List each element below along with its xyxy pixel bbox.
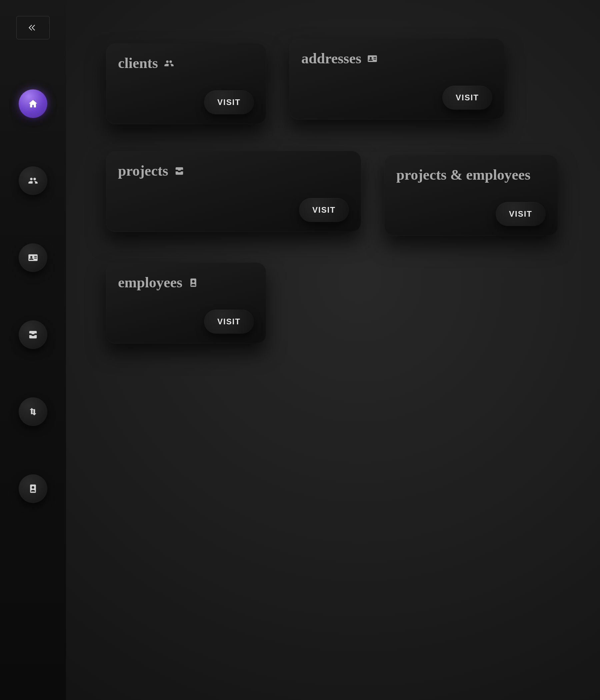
visit-button[interactable]: VISIT — [442, 86, 492, 110]
card-title-text: clients — [118, 55, 158, 72]
sidebar-item-projects[interactable] — [19, 320, 47, 349]
people-icon — [28, 176, 38, 186]
sidebar-item-clients[interactable] — [19, 166, 47, 195]
visit-button[interactable]: VISIT — [299, 198, 349, 222]
cards-row-1: clients VISIT addresses VISIT — [106, 43, 560, 124]
card-footer: VISIT — [301, 86, 492, 110]
sidebar — [0, 0, 66, 700]
card-title: employees — [118, 274, 254, 291]
sidebar-item-addresses[interactable] — [19, 243, 47, 272]
sidebar-item-home[interactable] — [19, 89, 47, 118]
address-card-icon — [367, 54, 377, 64]
sidebar-item-projects-employees[interactable] — [19, 397, 47, 426]
card-footer: VISIT — [118, 310, 254, 334]
visit-button[interactable]: VISIT — [204, 310, 254, 334]
people-icon — [164, 58, 174, 68]
card-footer: VISIT — [396, 202, 546, 226]
badge-person-icon — [28, 484, 38, 494]
sidebar-item-employees[interactable] — [19, 474, 47, 503]
cards-row-3: employees VISIT — [106, 262, 560, 344]
card-projects: projects VISIT — [106, 151, 361, 232]
card-title-text: employees — [118, 274, 182, 291]
card-title: addresses — [301, 50, 492, 67]
card-footer: VISIT — [118, 90, 254, 114]
cards-row-2: projects VISIT projects & employees VISI… — [106, 151, 560, 236]
address-card-icon — [28, 253, 38, 262]
main-content: clients VISIT addresses VISIT — [66, 0, 600, 700]
card-employees: employees VISIT — [106, 262, 266, 344]
card-addresses: addresses VISIT — [289, 39, 504, 120]
inbox-stack-icon — [28, 330, 38, 340]
visit-button[interactable]: VISIT — [204, 90, 254, 114]
card-title-text: projects & employees — [396, 166, 530, 183]
card-title: projects — [118, 162, 349, 179]
badge-person-icon — [188, 278, 198, 288]
swap-vertical-icon — [28, 407, 38, 417]
card-title-text: projects — [118, 162, 168, 179]
chevron-double-left-icon — [29, 23, 38, 32]
card-title: clients — [118, 55, 254, 72]
visit-button[interactable]: VISIT — [496, 202, 546, 226]
card-title: projects & employees — [396, 166, 546, 183]
card-clients: clients VISIT — [106, 43, 266, 124]
inbox-stack-icon — [174, 166, 184, 176]
collapse-sidebar-button[interactable] — [16, 16, 50, 39]
home-icon — [28, 99, 38, 109]
card-footer: VISIT — [118, 198, 349, 222]
card-title-text: addresses — [301, 50, 361, 67]
card-projects-employees: projects & employees VISIT — [384, 155, 558, 236]
